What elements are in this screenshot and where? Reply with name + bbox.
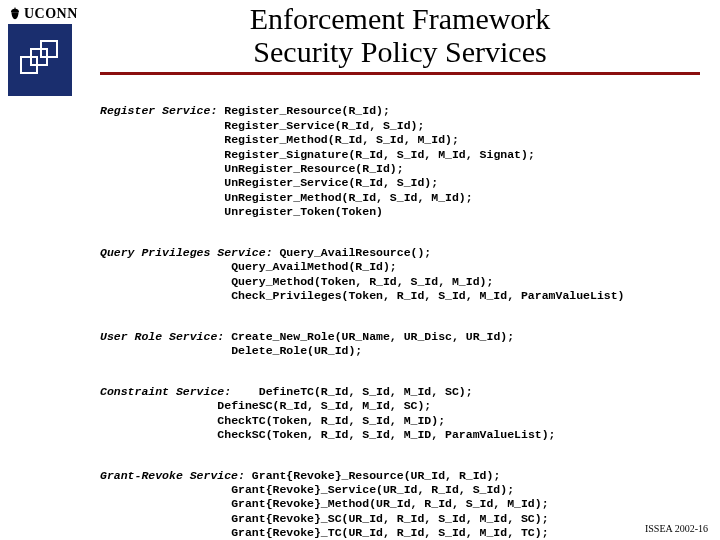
brand-text: UCONN bbox=[24, 6, 78, 22]
code-line: DefineSC(R_Id, S_Id, M_Id, SC); bbox=[217, 399, 431, 412]
code-line: CheckSC(Token, R_Id, S_Id, M_ID, ParamVa… bbox=[217, 428, 555, 441]
code-line: UnRegister_Service(R_Id, S_Id); bbox=[224, 176, 438, 189]
code-line: Check_Privileges(Token, R_Id, S_Id, M_Id… bbox=[231, 289, 624, 302]
slide-footer: ISSEA 2002-16 bbox=[645, 523, 708, 534]
code-line: Grant{Revoke}_Resource(UR_Id, R_Id); bbox=[252, 469, 500, 482]
code-line: Unregister_Token(Token) bbox=[224, 205, 383, 218]
brand-row: UCONN bbox=[8, 6, 88, 22]
svg-rect-0 bbox=[14, 8, 15, 10]
logo-block: UCONN bbox=[8, 6, 88, 96]
code-line: Register_Service(R_Id, S_Id); bbox=[224, 119, 424, 132]
code-line: Register_Resource(R_Id); bbox=[224, 104, 390, 117]
code-line: UnRegister_Resource(R_Id); bbox=[224, 162, 403, 175]
grant-service-section: Grant-Revoke Service: Grant{Revoke}_Reso… bbox=[100, 469, 710, 540]
windows-icon bbox=[17, 37, 63, 83]
code-line: Grant{Revoke}_SC(UR_Id, R_Id, S_Id, M_Id… bbox=[231, 512, 548, 525]
title-line-2: Security Policy Services bbox=[253, 35, 546, 68]
query-service-section: Query Privileges Service: Query_AvailRes… bbox=[100, 246, 710, 304]
slide: UCONN Enforcement Framework Security Pol… bbox=[0, 0, 720, 540]
code-line: Query_Method(Token, R_Id, S_Id, M_Id); bbox=[231, 275, 493, 288]
code-line: Query_AvailMethod(R_Id); bbox=[231, 260, 397, 273]
register-service-section: Register Service: Register_Resource(R_Id… bbox=[100, 104, 710, 219]
acorn-icon bbox=[8, 7, 22, 21]
userrole-service-section: User Role Service: Create_New_Role(UR_Na… bbox=[100, 330, 710, 359]
code-line: DefineTC(R_Id, S_Id, M_Id, SC); bbox=[259, 385, 473, 398]
code-line: Grant{Revoke}_Method(UR_Id, R_Id, S_Id, … bbox=[231, 497, 548, 510]
department-logo bbox=[8, 24, 72, 96]
slide-title: Enforcement Framework Security Policy Se… bbox=[100, 2, 700, 75]
userrole-label: User Role Service: bbox=[100, 330, 224, 343]
title-line-1: Enforcement Framework bbox=[250, 2, 551, 35]
code-line: Register_Signature(R_Id, S_Id, M_Id, Sig… bbox=[224, 148, 535, 161]
register-label: Register Service: bbox=[100, 104, 217, 117]
code-line: Register_Method(R_Id, S_Id, M_Id); bbox=[224, 133, 459, 146]
code-line: Delete_Role(UR_Id); bbox=[231, 344, 362, 357]
grant-label: Grant-Revoke Service: bbox=[100, 469, 245, 482]
constraint-label: Constraint Service: bbox=[100, 385, 231, 398]
constraint-service-section: Constraint Service: DefineTC(R_Id, S_Id,… bbox=[100, 385, 710, 443]
code-line: Create_New_Role(UR_Name, UR_Disc, UR_Id)… bbox=[231, 330, 514, 343]
code-line: UnRegister_Method(R_Id, S_Id, M_Id); bbox=[224, 191, 472, 204]
code-line: Grant{Revoke}_TC(UR_Id, R_Id, S_Id, M_Id… bbox=[231, 526, 548, 539]
code-line: Query_AvailResource(); bbox=[279, 246, 431, 259]
content-area: Register Service: Register_Resource(R_Id… bbox=[100, 90, 710, 540]
code-line: CheckTC(Token, R_Id, S_Id, M_ID); bbox=[217, 414, 445, 427]
code-line: Grant{Revoke}_Service(UR_Id, R_Id, S_Id)… bbox=[231, 483, 514, 496]
query-label: Query Privileges Service: bbox=[100, 246, 273, 259]
